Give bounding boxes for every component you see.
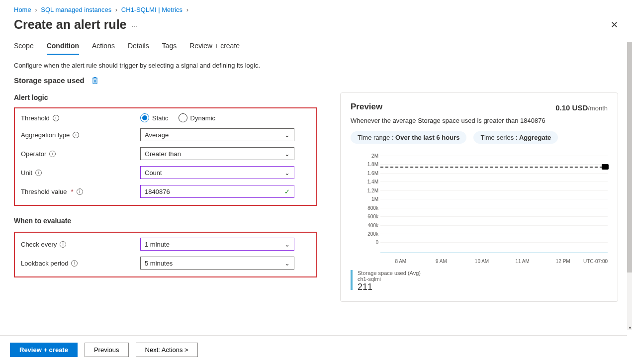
preview-heading: Preview xyxy=(351,102,382,112)
alert-logic-heading: Alert logic xyxy=(14,93,317,101)
footer: Review + create Previous Next: Actions > xyxy=(0,335,627,364)
pill-time-range[interactable]: Time range : Over the last 6 hours xyxy=(351,131,466,144)
chevron-down-icon: ⌄ xyxy=(284,260,290,267)
preview-panel: Preview 0.10 USD/month Whenever the aver… xyxy=(340,92,618,302)
chevron-down-icon: ⌄ xyxy=(284,169,290,177)
info-icon[interactable]: i xyxy=(35,170,42,176)
bc-home[interactable]: Home xyxy=(14,6,31,13)
aggregation-label: Aggregation type xyxy=(21,131,70,139)
preview-description: Whenever the average Storage space used … xyxy=(351,117,608,124)
radio-static[interactable]: Static xyxy=(140,113,169,122)
page-title: Create an alert rule xyxy=(14,17,127,32)
check-every-select[interactable]: 1 minute⌄ xyxy=(140,238,294,251)
review-create-button[interactable]: Review + create xyxy=(10,343,78,357)
tabs: Scope Condition Actions Details Tags Rev… xyxy=(0,39,632,55)
signal-name: Storage space used xyxy=(14,76,85,85)
aggregation-select[interactable]: Average⌄ xyxy=(140,128,294,141)
tab-review[interactable]: Review + create xyxy=(189,39,240,55)
info-icon[interactable]: i xyxy=(53,115,59,121)
tab-description: Configure when the alert rule should tri… xyxy=(0,55,632,76)
tab-condition[interactable]: Condition xyxy=(47,39,79,55)
lookback-label: Lookback period xyxy=(21,260,68,267)
preview-chart: 0200k400k600k800k1M1.2M1.4M1.6M1.8M2M 8 … xyxy=(351,156,608,265)
chevron-right-icon: › xyxy=(115,6,117,13)
tab-details[interactable]: Details xyxy=(128,39,149,55)
check-every-label: Check every xyxy=(21,241,57,248)
chevron-down-icon: ⌄ xyxy=(284,241,290,248)
operator-select[interactable]: Greater than⌄ xyxy=(140,147,294,160)
price: 0.10 USD/month xyxy=(555,103,608,112)
scroll-down-icon[interactable]: ▼ xyxy=(628,326,632,330)
threshold-value-label: Threshold value xyxy=(21,188,67,195)
when-evaluate-group: Check everyi 1 minute⌄ Lookback periodi … xyxy=(14,232,317,277)
chevron-right-icon: › xyxy=(186,6,188,13)
tab-scope[interactable]: Scope xyxy=(14,39,34,55)
check-icon: ✓ xyxy=(284,188,290,195)
bc-sqlmi[interactable]: SQL managed instances xyxy=(41,6,111,13)
chevron-right-icon: › xyxy=(35,6,37,13)
scrollbar-thumb[interactable] xyxy=(627,42,632,273)
pill-time-series[interactable]: Time series : Aggregate xyxy=(473,131,558,144)
chevron-down-icon: ⌄ xyxy=(284,150,290,158)
info-icon[interactable]: i xyxy=(49,151,56,157)
chart-legend: Storage space used (Avg) ch1-sqlmi 211 xyxy=(351,270,608,292)
breadcrumb: Home › SQL managed instances › CH1-SQLMI… xyxy=(0,0,632,15)
lookback-select[interactable]: 5 minutes⌄ xyxy=(140,257,294,270)
next-button[interactable]: Next: Actions > xyxy=(136,343,198,357)
info-icon[interactable]: i xyxy=(71,260,78,267)
scrollbar[interactable]: ▲ ▼ xyxy=(627,42,632,330)
chevron-down-icon: ⌄ xyxy=(284,131,290,139)
threshold-value-input[interactable]: 1840876✓ xyxy=(140,185,294,198)
info-icon[interactable]: i xyxy=(73,132,79,138)
close-icon[interactable]: ✕ xyxy=(611,19,618,30)
operator-label: Operator xyxy=(21,150,46,158)
previous-button[interactable]: Previous xyxy=(85,343,129,357)
info-icon[interactable]: i xyxy=(77,188,83,195)
unit-label: Unit xyxy=(21,169,32,177)
tab-actions[interactable]: Actions xyxy=(92,39,115,55)
bc-metrics[interactable]: CH1-SQLMI | Metrics xyxy=(121,6,182,13)
alert-logic-group: Thresholdi Static Dynamic Aggregation ty… xyxy=(14,107,317,206)
unit-select[interactable]: Count⌄ xyxy=(140,166,294,179)
more-icon[interactable]: … xyxy=(132,21,138,28)
delete-icon[interactable] xyxy=(91,77,98,85)
tab-tags[interactable]: Tags xyxy=(162,39,177,55)
radio-dynamic[interactable]: Dynamic xyxy=(179,113,216,122)
info-icon[interactable]: i xyxy=(60,241,66,248)
threshold-label: Threshold xyxy=(21,114,50,122)
when-evaluate-heading: When to evaluate xyxy=(14,217,317,225)
